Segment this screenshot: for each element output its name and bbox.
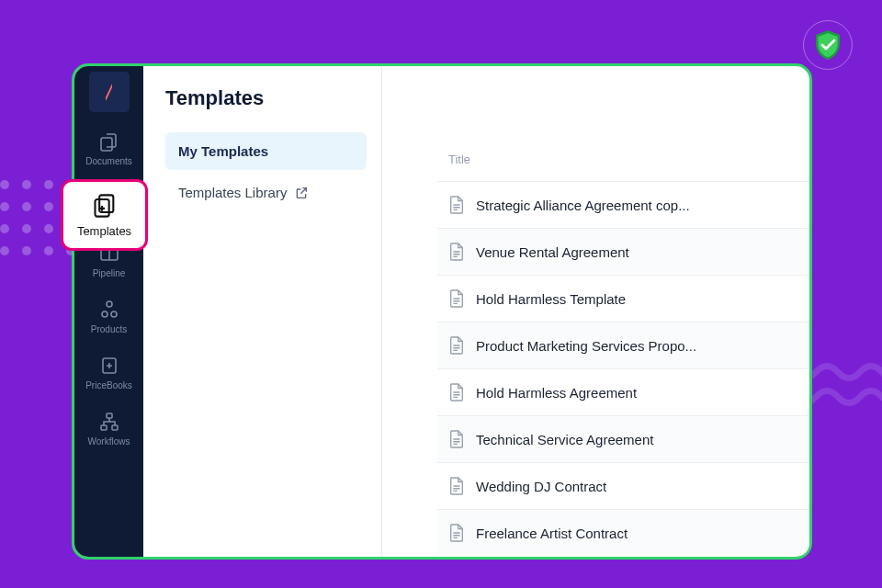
column-header-title: Title	[437, 153, 809, 181]
subnav-my-templates[interactable]: My Templates	[165, 132, 367, 170]
templates-list: Strategic Alliance Agreement cop... Venu…	[437, 181, 809, 556]
security-shield-badge	[803, 20, 853, 70]
templates-icon	[92, 193, 118, 219]
document-icon	[448, 383, 465, 401]
table-row[interactable]: Technical Service Agreement	[437, 415, 809, 462]
document-icon	[448, 524, 465, 542]
svg-rect-7	[107, 413, 112, 418]
svg-rect-9	[112, 425, 118, 430]
app-logo[interactable]: /	[89, 72, 130, 112]
document-icon	[448, 336, 465, 355]
document-icon	[448, 430, 465, 448]
sidebar-item-label: PriceBooks	[85, 380, 132, 390]
table-row[interactable]: Wedding DJ Contract	[437, 462, 809, 509]
document-icon	[448, 289, 465, 308]
sidebar-item-products[interactable]: Products	[74, 289, 143, 345]
template-title: Product Marketing Services Propo...	[476, 338, 696, 354]
sidebar-item-label: Pipeline	[93, 268, 126, 278]
templates-callout[interactable]: Templates	[61, 179, 148, 251]
table-row[interactable]: Venue Rental Agreement	[437, 228, 809, 275]
table-row[interactable]: Hold Harmless Template	[437, 275, 809, 322]
subnav-templates-library[interactable]: Templates Library	[165, 174, 367, 211]
external-link-icon	[294, 186, 309, 200]
document-icon	[448, 243, 465, 261]
templates-list-panel: Title Strategic Alliance Agreement cop..…	[382, 66, 809, 557]
svg-point-4	[102, 311, 107, 317]
template-title: Technical Service Agreement	[476, 432, 653, 447]
template-title: Strategic Alliance Agreement cop...	[476, 198, 690, 213]
sidebar: / Documents Templates Pipeline Products …	[74, 66, 143, 557]
subnav-item-label: Templates Library	[178, 185, 287, 200]
page-title: Templates	[165, 86, 367, 110]
template-title: Hold Harmless Template	[476, 291, 626, 307]
subnav-item-label: My Templates	[178, 143, 268, 159]
workflows-icon	[98, 411, 120, 433]
app-window: / Documents Templates Pipeline Products …	[72, 63, 812, 560]
template-title: Wedding DJ Contract	[476, 479, 606, 494]
document-icon	[448, 477, 465, 495]
sidebar-item-label: Products	[91, 324, 127, 334]
sidebar-item-documents[interactable]: Documents	[74, 121, 143, 177]
sidebar-item-label: Documents	[85, 156, 132, 166]
callout-label: Templates	[77, 224, 131, 238]
products-icon	[98, 299, 120, 321]
table-row[interactable]: Product Marketing Services Propo...	[437, 322, 809, 368]
table-row[interactable]: Hold Harmless Agreement	[437, 368, 809, 415]
pricebooks-icon	[98, 355, 120, 377]
svg-point-5	[111, 311, 117, 317]
template-title: Hold Harmless Agreement	[476, 385, 637, 401]
template-title: Venue Rental Agreement	[476, 244, 629, 260]
table-row[interactable]: Strategic Alliance Agreement cop...	[437, 181, 809, 228]
document-icon	[448, 196, 465, 214]
svg-rect-8	[101, 425, 107, 430]
content-area: Templates My Templates Templates Library…	[143, 66, 809, 557]
sidebar-item-pricebooks[interactable]: PriceBooks	[74, 345, 143, 401]
table-row[interactable]: Freelance Artist Contract	[437, 509, 809, 556]
sidebar-item-label: Workflows	[88, 436, 130, 447]
svg-point-3	[107, 301, 112, 307]
left-panel: Templates My Templates Templates Library	[143, 66, 382, 557]
sidebar-item-workflows[interactable]: Workflows	[74, 401, 143, 458]
template-title: Freelance Artist Contract	[476, 526, 628, 541]
documents-icon	[98, 130, 120, 153]
